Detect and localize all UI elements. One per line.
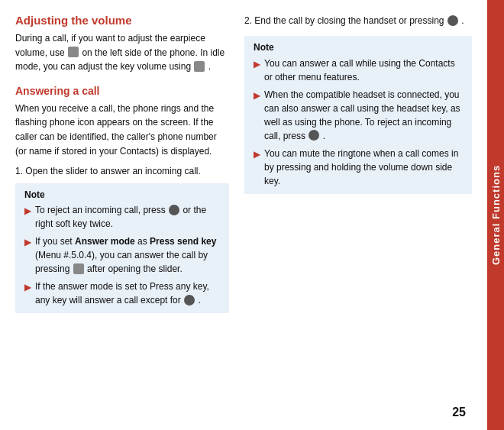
page-number: 25 — [452, 406, 466, 419]
volume-icon — [68, 47, 79, 57]
note-item-left-1: ▶ To reject an incoming call, press or t… — [24, 203, 220, 231]
note-box-right: Note ▶ You can answer a call while using… — [244, 36, 472, 194]
section2-title: Answering a call — [15, 85, 229, 97]
bullet-icon-2: ▶ — [24, 235, 31, 249]
step1-text: 1. Open the slider to answer an incoming… — [15, 164, 229, 179]
phone-icon-2 — [184, 295, 195, 306]
phone-icon-r — [309, 130, 319, 141]
key-icon — [194, 61, 205, 72]
note-item-right-2: ▶ When the compatible headset is connect… — [254, 88, 463, 143]
end-icon — [447, 15, 458, 26]
sidebar-label: General Functions — [490, 165, 502, 265]
send-icon — [73, 263, 84, 274]
note-item-right-1: ▶ You can answer a call while using the … — [254, 57, 463, 84]
bullet-icon-1: ▶ — [24, 204, 31, 218]
bullet-icon-r2: ▶ — [254, 89, 260, 102]
note-title-left: Note — [24, 189, 220, 200]
step2-text: 2. End the call by closing the handset o… — [244, 14, 472, 28]
page-number-area: 25 — [452, 406, 466, 419]
note-item-right-3: ▶ You can mute the ringtone when a call … — [254, 147, 463, 188]
note-item-left-3: ▶ If the answer mode is set to Press any… — [24, 280, 220, 307]
section2-body: When you receive a call, the phone rings… — [15, 102, 229, 158]
note-item-left-2: ▶ If you set Answer mode as Press send k… — [24, 234, 220, 276]
bullet-icon-r1: ▶ — [254, 57, 260, 71]
note-title-right: Note — [254, 42, 463, 53]
note-box-left: Note ▶ To reject an incoming call, press… — [15, 183, 229, 313]
section1-title: Adjusting the volume — [15, 14, 229, 27]
section1-body: During a call, if you want to adjust the… — [15, 31, 229, 74]
bullet-icon-r3: ▶ — [254, 147, 260, 161]
bullet-icon-3: ▶ — [24, 280, 31, 294]
sidebar: General Functions — [487, 0, 504, 430]
phone-icon-1 — [169, 205, 179, 215]
